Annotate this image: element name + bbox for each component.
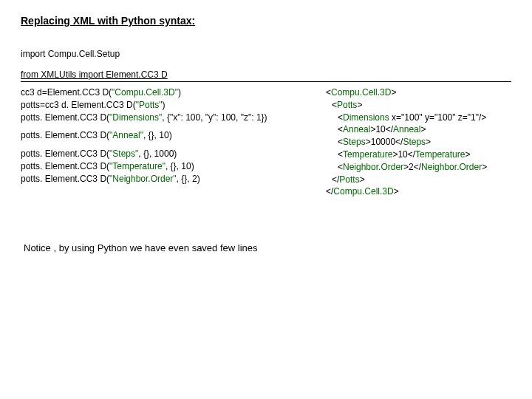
xml-line: <Potts> [326, 99, 487, 112]
xml-code-block: <Compu.Cell.3D> <Potts> <Dimensions x="1… [326, 86, 487, 198]
python-line: potts. Element.CC3 D("Steps", {}, 1000) [21, 148, 313, 160]
python-line: potts. Element.CC3 D("Neighbor.Order", {… [21, 173, 313, 185]
divider [21, 81, 511, 82]
python-code-block: cc3 d=Element.CC3 D("Compu.Cell.3D") pot… [21, 86, 313, 198]
xml-line: <Temperature>10</Temperature> [326, 149, 487, 161]
python-line: potts. Element.CC3 D("Dimensions", {"x":… [21, 112, 313, 124]
xml-line: <Compu.Cell.3D> [326, 86, 487, 99]
xml-line: <Anneal>10</Anneal> [326, 123, 487, 136]
xml-line: <Neighbor.Order>2</Neighbor.Order> [326, 161, 487, 174]
python-line: potts=cc3 d. Element.CC3 D("Potts") [21, 99, 313, 112]
python-line: potts. Element.CC3 D("Anneal", {}, 10) [21, 129, 313, 142]
footer-note: Notice , by using Python we have even sa… [21, 242, 511, 253]
code-columns: cc3 d=Element.CC3 D("Compu.Cell.3D") pot… [21, 86, 511, 198]
xml-line: <Steps>10000</Steps> [326, 136, 487, 149]
slide-title: Replacing XML with Python syntax: [21, 15, 511, 27]
import-line: import Compu.Cell.Setup [21, 49, 511, 59]
from-line: from XMLUtils import Element.CC3 D [21, 69, 511, 80]
python-line: cc3 d=Element.CC3 D("Compu.Cell.3D") [21, 86, 313, 99]
xml-line: <Dimensions x="100" y="100" z="1"/> [326, 112, 487, 124]
python-line: potts. Element.CC3 D("Temperature", {}, … [21, 160, 313, 173]
xml-line: </Compu.Cell.3D> [326, 185, 487, 198]
xml-line: </Potts> [326, 174, 487, 186]
